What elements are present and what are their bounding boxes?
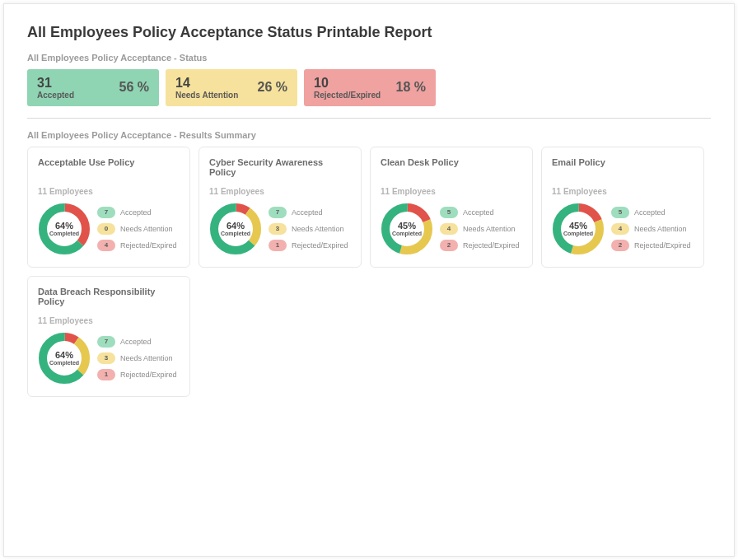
policy-card: Email Policy11 Employees45%Completed5Acc… [541,147,704,268]
legend-pill-attention: 3 [269,223,287,235]
donut-percent: 64% [55,222,73,231]
legend-pill-accepted: 5 [611,207,629,218]
donut-center: 45%Completed [381,203,433,255]
status-count: 31 [37,76,74,91]
legend-row-rejected: 2Rejected/Expired [440,240,520,251]
legend-label-rejected: Rejected/Expired [120,241,177,250]
legend-pill-accepted: 5 [440,207,458,218]
status-card-left: 31Accepted [37,76,74,100]
legend-row-accepted: 7Accepted [269,207,348,218]
policy-chart-row: 64%Completed7Accepted0Needs Attention4Re… [38,203,180,255]
legend: 7Accepted0Needs Attention4Rejected/Expir… [97,207,177,251]
legend-pill-rejected: 2 [611,240,629,251]
legend-label-rejected: Rejected/Expired [634,241,691,250]
legend-label-rejected: Rejected/Expired [463,241,520,250]
legend-pill-attention: 4 [440,223,458,235]
donut-percent: 64% [227,222,245,231]
policy-card: Clean Desk Policy11 Employees45%Complete… [370,147,533,268]
donut-completed-label: Completed [221,231,250,236]
legend-pill-rejected: 2 [440,240,458,251]
legend-label-attention: Needs Attention [120,225,173,233]
legend-pill-attention: 0 [97,223,115,235]
policy-chart-row: 45%Completed5Accepted4Needs Attention2Re… [552,203,694,255]
policy-subtitle: 11 Employees [38,187,180,196]
legend: 7Accepted3Needs Attention1Rejected/Expir… [269,207,348,251]
policy-card: Data Breach Responsibility Policy11 Empl… [27,276,190,397]
donut-center: 64%Completed [38,332,91,385]
policy-title: Clean Desk Policy [381,157,522,179]
status-label: Accepted [37,91,74,100]
legend-label-accepted: Accepted [120,338,152,346]
legend-row-attention: 4Needs Attention [440,223,520,235]
donut-chart: 45%Completed [552,203,605,255]
policy-title: Data Breach Responsibility Policy [38,287,180,308]
donut-center: 45%Completed [552,203,605,255]
summary-section-label: All Employees Policy Acceptance - Result… [27,130,711,140]
policy-chart-row: 64%Completed7Accepted3Needs Attention1Re… [38,332,180,385]
status-percent: 26 % [258,80,287,95]
legend-pill-accepted: 7 [97,336,115,348]
legend-row-accepted: 7Accepted [97,336,177,348]
donut-percent: 45% [569,222,587,231]
legend: 5Accepted4Needs Attention2Rejected/Expir… [440,207,520,251]
legend-pill-rejected: 1 [269,240,287,251]
policy-cards-grid: Acceptable Use Policy11 Employees64%Comp… [27,147,711,397]
donut-completed-label: Completed [392,231,422,236]
donut-completed-label: Completed [49,231,79,236]
policy-subtitle: 11 Employees [552,187,694,196]
policy-card: Acceptable Use Policy11 Employees64%Comp… [27,147,190,268]
legend-row-rejected: 4Rejected/Expired [97,240,177,251]
status-count: 10 [314,76,381,91]
legend-label-accepted: Accepted [120,208,152,217]
legend-pill-accepted: 7 [269,207,287,218]
legend-label-accepted: Accepted [292,208,323,217]
status-percent: 56 % [119,80,149,95]
policy-chart-row: 45%Completed5Accepted4Needs Attention2Re… [381,203,522,255]
status-row: 31Accepted56 %14Needs Attention26 %10Rej… [27,69,711,106]
status-card-left: 14Needs Attention [175,76,238,100]
status-count: 14 [175,76,238,91]
policy-card: Cyber Security Awareness Policy11 Employ… [199,147,362,268]
policy-chart-row: 64%Completed7Accepted3Needs Attention1Re… [209,203,351,255]
legend-label-attention: Needs Attention [292,225,344,233]
legend-label-attention: Needs Attention [463,225,516,233]
status-percent: 18 % [396,80,426,95]
legend-pill-attention: 3 [97,352,115,364]
legend-pill-accepted: 7 [97,207,115,218]
donut-center: 64%Completed [209,203,262,255]
legend-label-rejected: Rejected/Expired [292,241,348,250]
policy-subtitle: 11 Employees [381,187,522,196]
donut-center: 64%Completed [38,203,91,255]
status-card-left: 10Rejected/Expired [314,76,381,100]
legend-pill-rejected: 1 [97,369,115,380]
legend-row-rejected: 1Rejected/Expired [269,240,348,251]
status-card: 10Rejected/Expired18 % [304,69,436,106]
legend-pill-rejected: 4 [97,240,115,251]
legend-row-attention: 3Needs Attention [97,352,177,364]
donut-chart: 64%Completed [38,203,91,255]
legend: 5Accepted4Needs Attention2Rejected/Expir… [611,207,691,251]
policy-title: Acceptable Use Policy [38,157,180,179]
legend-row-rejected: 2Rejected/Expired [611,240,691,251]
policy-subtitle: 11 Employees [209,187,351,196]
donut-percent: 64% [55,351,73,360]
donut-chart: 64%Completed [209,203,262,255]
status-label: Rejected/Expired [314,91,381,100]
legend-row-attention: 0Needs Attention [97,223,177,235]
legend-row-accepted: 5Accepted [611,207,691,218]
status-section-label: All Employees Policy Acceptance - Status [27,53,711,63]
legend-label-accepted: Accepted [634,208,666,217]
donut-completed-label: Completed [49,360,79,366]
donut-chart: 45%Completed [381,203,433,255]
report-page: All Employees Policy Acceptance Status P… [3,3,735,557]
legend-pill-attention: 4 [611,223,629,235]
legend-label-accepted: Accepted [463,208,494,217]
policy-subtitle: 11 Employees [38,316,180,325]
legend: 7Accepted3Needs Attention1Rejected/Expir… [97,336,177,380]
page-title: All Employees Policy Acceptance Status P… [27,24,711,41]
status-card: 31Accepted56 % [27,69,159,106]
legend-row-accepted: 5Accepted [440,207,520,218]
legend-label-rejected: Rejected/Expired [120,371,177,379]
legend-label-attention: Needs Attention [634,225,687,233]
donut-percent: 45% [398,222,416,231]
